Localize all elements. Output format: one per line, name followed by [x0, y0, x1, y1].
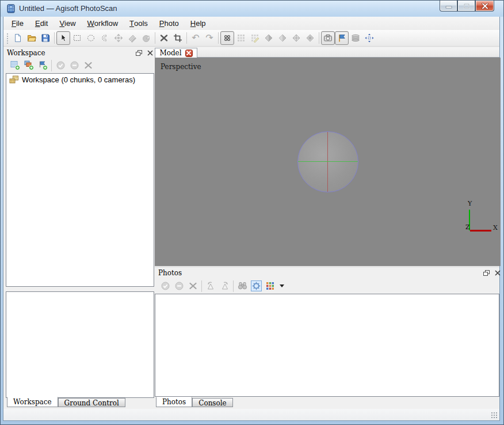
close-button[interactable] [475, 1, 494, 12]
show-chunks-button[interactable] [349, 31, 362, 45]
open-project-button[interactable] [25, 31, 39, 45]
tab-console[interactable]: Console [192, 398, 232, 407]
tab-model[interactable]: Model [155, 48, 197, 58]
save-project-icon [41, 33, 50, 43]
dense-cloud-view-icon [236, 33, 246, 43]
shaded-view-button[interactable] [262, 31, 276, 45]
tab-photos[interactable]: Photos [156, 397, 192, 407]
dense-cloud-view-button[interactable] [234, 31, 248, 45]
rotate-left-button[interactable] [204, 279, 217, 293]
view-thumbnails-button[interactable] [249, 279, 263, 293]
restore-button[interactable] [457, 1, 475, 12]
add-marker-button[interactable] [36, 59, 49, 73]
add-photos-button[interactable] [22, 59, 36, 73]
close-panel-icon [147, 50, 153, 56]
new-project-button[interactable] [11, 31, 25, 45]
navigation-mode-icon [365, 33, 374, 43]
toolbar-separator [186, 32, 187, 44]
show-markers-button[interactable] [335, 31, 349, 45]
menu-edit[interactable]: Edit [29, 17, 54, 30]
crop-selection-button[interactable] [171, 31, 185, 45]
menu-view[interactable]: View [54, 17, 81, 30]
main-toolbar: ↶ ↷ [3, 30, 499, 47]
show-cameras-button[interactable] [321, 31, 335, 45]
save-project-button[interactable] [39, 31, 52, 45]
workspace-float-button[interactable] [135, 49, 143, 57]
disable-cameras-button[interactable] [172, 279, 186, 293]
workspace-panel-buttons [135, 49, 154, 57]
move-region-icon [114, 33, 123, 43]
move-region-button[interactable] [112, 31, 125, 45]
rotate-right-icon [220, 281, 230, 291]
ellipse-selection-button[interactable] [84, 31, 98, 45]
undo-icon: ↶ [192, 33, 199, 43]
photos-panel-header[interactable]: Photos [158, 268, 480, 278]
toolbar-separator [155, 32, 155, 44]
enable-check-icon [56, 60, 66, 70]
restore-icon [463, 3, 470, 9]
model-viewport[interactable]: Perspective Y Z X [155, 58, 501, 266]
tab-workspace[interactable]: Workspace [7, 397, 58, 407]
photos-close-button[interactable] [494, 269, 502, 277]
rotate-region-button[interactable] [125, 31, 139, 45]
rotate-right-button[interactable] [217, 279, 231, 293]
point-cloud-view-button[interactable] [220, 31, 234, 45]
resize-region-button[interactable] [139, 31, 153, 45]
show-chunks-icon [351, 33, 360, 43]
menu-file[interactable]: File [6, 17, 29, 30]
toolbar-separator [218, 32, 219, 44]
remove-cameras-button[interactable] [186, 279, 200, 293]
cursor-select-icon [59, 33, 68, 43]
remove-item-button[interactable] [81, 59, 95, 73]
navigation-mode-button[interactable] [362, 31, 376, 45]
undo-button[interactable]: ↶ [189, 31, 203, 45]
menu-help[interactable]: Help [185, 17, 212, 30]
resize-region-icon [142, 33, 151, 43]
textured-view-button[interactable] [303, 31, 317, 45]
menu-photo[interactable]: Photo [154, 17, 185, 30]
binoculars-icon [238, 281, 247, 291]
add-chunk-button[interactable] [8, 59, 22, 73]
float-panel-icon [136, 50, 142, 56]
mesh-view-button[interactable] [248, 31, 262, 45]
chevron-down-icon [280, 284, 284, 287]
delete-selection-button[interactable] [157, 31, 171, 45]
resize-grip-icon[interactable] [491, 412, 498, 419]
model-tab-close-button[interactable] [185, 50, 193, 57]
find-photos-button[interactable] [235, 279, 249, 293]
freeform-selection-icon [100, 33, 109, 43]
enable-cameras-button[interactable] [158, 279, 172, 293]
disable-item-button[interactable] [67, 59, 81, 73]
freeform-selection-button[interactable] [98, 31, 112, 45]
enable-item-button[interactable] [54, 59, 67, 73]
workspace-root-label: Workspace (0 chunks, 0 cameras) [22, 75, 135, 84]
wireframe-view-button[interactable] [289, 31, 303, 45]
workspace-tree[interactable]: Workspace (0 chunks, 0 cameras) [6, 73, 154, 287]
ground-control-pane[interactable] [6, 291, 154, 398]
axis-y-label: Y [468, 200, 472, 207]
redo-button[interactable]: ↷ [203, 31, 216, 45]
titlebar[interactable]: Untitled — Agisoft PhotoScan [1, 1, 504, 17]
photos-panel-buttons [482, 269, 502, 277]
workspace-panel-header[interactable]: Workspace [7, 48, 152, 58]
tab-ground-control[interactable]: Ground Control [58, 398, 125, 407]
photos-list-area[interactable] [155, 294, 499, 397]
workspace-root-item[interactable]: Workspace (0 chunks, 0 cameras) [6, 74, 154, 84]
workspace-close-button[interactable] [146, 49, 154, 57]
delete-selection-icon [159, 33, 169, 43]
axis-x-label: X [493, 224, 498, 232]
minimize-button[interactable] [440, 1, 457, 12]
disable-minus-icon [174, 281, 184, 291]
menu-workflow[interactable]: Workflow [82, 17, 124, 30]
photos-float-button[interactable] [482, 269, 490, 277]
workspace-toolbar [6, 58, 153, 73]
solid-view-button[interactable] [276, 31, 289, 45]
view-details-button[interactable] [263, 279, 277, 293]
menu-tools[interactable]: Tools [124, 17, 154, 30]
view-mode-dropdown-button[interactable] [277, 279, 285, 293]
cursor-select-button[interactable] [56, 31, 70, 45]
rectangle-selection-icon [72, 33, 82, 43]
status-bar [3, 409, 499, 420]
rectangle-selection-button[interactable] [70, 31, 84, 45]
toolbar-grip[interactable] [6, 32, 9, 44]
